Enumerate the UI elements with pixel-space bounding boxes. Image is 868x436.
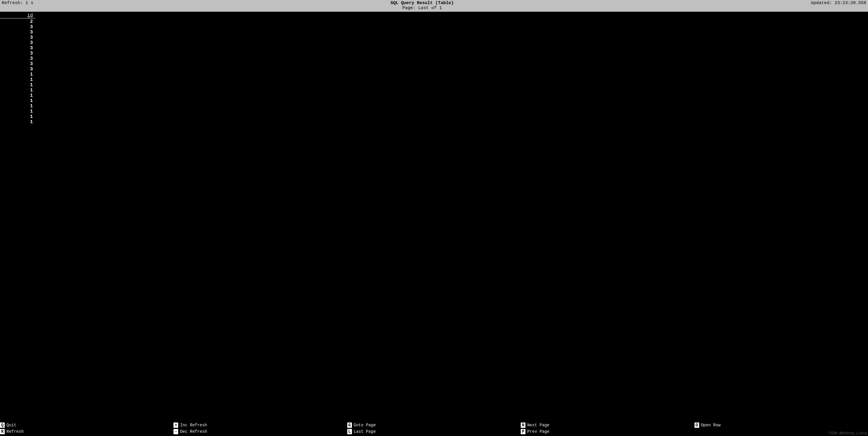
column-header-row: id <box>0 13 868 18</box>
table-cell-id: 1 <box>0 98 35 104</box>
footer: QQuit+Inc RefreshGGoto PageNNext PageOOp… <box>0 421 868 436</box>
header-center: SQL Query Result (Table) Page: Last of 1 <box>33 1 811 10</box>
table-row: 3 <box>0 40 868 46</box>
table-row: 3 <box>0 30 868 35</box>
table-cell-id: 3 <box>0 61 35 66</box>
table-row: 2 <box>0 19 868 24</box>
footer-label-row2-3: Prev Page <box>527 429 550 434</box>
table-row: 3 <box>0 46 868 51</box>
table-separator <box>0 18 35 19</box>
table-cell-id: 3 <box>0 24 35 30</box>
table-row: 3 <box>0 66 868 72</box>
footer-row-2: RRefresh-Dec RefreshLLast PagePPrev Page <box>0 428 868 435</box>
footer-item-row1-1[interactable]: +Inc Refresh <box>174 422 347 428</box>
table-row: 1 <box>0 93 868 98</box>
table-row: 3 <box>0 56 868 61</box>
table-row: 1 <box>0 77 868 82</box>
table-cell-id: 3 <box>0 30 35 35</box>
footer-label-row1-3: Next Page <box>527 423 550 428</box>
table-cell-id: 3 <box>0 35 35 40</box>
footer-item-row2-1[interactable]: -Dec Refresh <box>174 428 347 435</box>
footer-key-O[interactable]: O <box>694 423 699 428</box>
watermark: CSDN @Hadoop_Liang <box>829 431 867 435</box>
table-cell-id: 1 <box>0 88 35 93</box>
footer-key-N[interactable]: N <box>521 423 525 428</box>
header: Refresh: 1 s SQL Query Result (Table) Pa… <box>0 0 868 12</box>
footer-key-L[interactable]: L <box>347 429 352 434</box>
footer-key-Q[interactable]: Q <box>0 423 5 428</box>
table-row: 1 <box>0 72 868 77</box>
footer-item-row2-3[interactable]: PPrev Page <box>521 428 694 435</box>
refresh-status: Refresh: 1 s <box>2 1 33 6</box>
footer-item-row1-2[interactable]: GGoto Page <box>347 422 521 428</box>
updated-time: Updated: 23:23:20.558 <box>811 1 866 6</box>
page-info: Page: Last of 1 <box>33 6 811 10</box>
table-cell-id: 1 <box>0 119 35 125</box>
footer-item-row2-2[interactable]: LLast Page <box>347 428 521 435</box>
table-row: 1 <box>0 82 868 88</box>
footer-item-row1-0[interactable]: QQuit <box>0 422 174 428</box>
table-cell-id: 3 <box>0 51 35 56</box>
table-cell-id: 1 <box>0 77 35 82</box>
table-cell-id: 1 <box>0 104 35 109</box>
table-cell-id: 3 <box>0 56 35 61</box>
table-cell-id: 3 <box>0 66 35 72</box>
footer-key-+[interactable]: + <box>174 423 178 428</box>
table-cell-id: 1 <box>0 109 35 114</box>
footer-label-row1-4: Open Row <box>701 423 721 428</box>
table-row: 3 <box>0 61 868 66</box>
table-row: 1 <box>0 104 868 109</box>
footer-label-row2-0: Refresh <box>6 429 24 434</box>
column-header-id: id <box>27 13 33 18</box>
table-row: 1 <box>0 98 868 104</box>
table-cell-id: 1 <box>0 93 35 98</box>
footer-item-row1-4[interactable]: OOpen Row <box>694 422 868 428</box>
table-cell-id: 1 <box>0 72 35 77</box>
table-body: 23333333331111111111 <box>0 19 868 125</box>
table-row: 1 <box>0 119 868 125</box>
table-row: 1 <box>0 88 868 93</box>
footer-label-row1-0: Quit <box>6 423 17 428</box>
footer-row-1: QQuit+Inc RefreshGGoto PageNNext PageOOp… <box>0 422 868 428</box>
table-cell-id: 3 <box>0 40 35 46</box>
table-row: 3 <box>0 51 868 56</box>
table-cell-id: 3 <box>0 46 35 51</box>
footer-label-row2-1: Dec Refresh <box>180 429 207 434</box>
table-row: 1 <box>0 109 868 114</box>
footer-item-row2-0[interactable]: RRefresh <box>0 428 174 435</box>
table-cell-id: 1 <box>0 82 35 88</box>
footer-label-row2-2: Last Page <box>354 429 376 434</box>
page-title: SQL Query Result (Table) <box>33 1 811 6</box>
table-row: 3 <box>0 24 868 30</box>
main-content: id 23333333331111111111 <box>0 12 868 421</box>
footer-key-P[interactable]: P <box>521 429 525 434</box>
table-row: 1 <box>0 114 868 119</box>
footer-label-row1-1: Inc Refresh <box>180 423 207 428</box>
footer-key-G[interactable]: G <box>347 423 352 428</box>
footer-key-R[interactable]: R <box>0 429 5 434</box>
table-cell-id: 1 <box>0 114 35 119</box>
footer-label-row1-2: Goto Page <box>354 423 376 428</box>
footer-item-row1-3[interactable]: NNext Page <box>521 422 694 428</box>
table-row: 3 <box>0 35 868 40</box>
footer-key--[interactable]: - <box>174 429 178 434</box>
table-cell-id: 2 <box>0 19 35 24</box>
